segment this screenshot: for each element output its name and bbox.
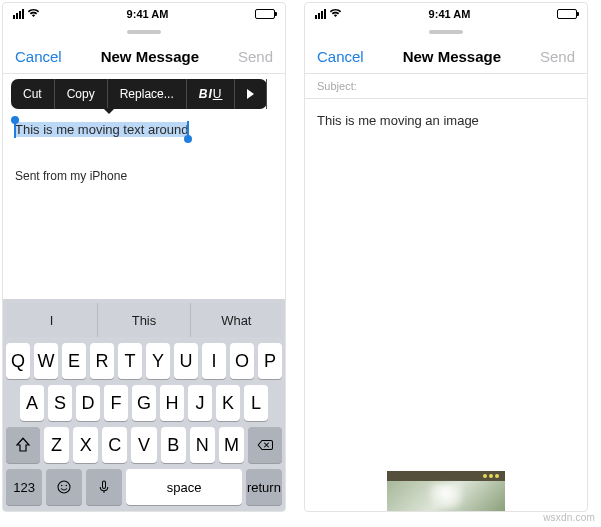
cut-button[interactable]: Cut [11,79,55,109]
page-title: New Message [403,48,501,65]
triangle-right-icon [247,89,254,99]
key-b[interactable]: B [161,427,186,463]
navbar: Cancel New Message Send [3,39,285,73]
selected-text[interactable]: This is me moving text around [15,122,188,137]
phone-right: 9:41 AM Cancel New Message Send Subject:… [304,2,588,512]
key-j[interactable]: J [188,385,212,421]
key-d[interactable]: D [76,385,100,421]
selection-handle-start[interactable] [11,116,19,124]
key-c[interactable]: C [102,427,127,463]
numbers-key[interactable]: 123 [6,469,42,505]
send-button[interactable]: Send [540,48,575,65]
image-header [387,471,505,481]
signal-icon [315,9,326,19]
format-biu-button[interactable]: BIU [187,79,236,109]
key-y[interactable]: Y [146,343,170,379]
space-key[interactable]: space [126,469,242,505]
predict-1[interactable]: I [6,303,98,337]
key-r[interactable]: R [90,343,114,379]
backspace-key[interactable] [248,427,282,463]
key-w[interactable]: W [34,343,58,379]
status-time: 9:41 AM [429,8,471,20]
wifi-icon [27,8,40,20]
send-button[interactable]: Send [238,48,273,65]
key-f[interactable]: F [104,385,128,421]
key-t[interactable]: T [118,343,142,379]
key-g[interactable]: G [132,385,156,421]
signal-icon [13,9,24,19]
compose-body[interactable]: This is me moving an image [305,99,587,511]
svg-point-1 [61,485,63,487]
body-text: This is me moving an image [317,113,479,128]
replace-button[interactable]: Replace... [108,79,187,109]
shift-icon [14,436,32,454]
svg-point-0 [58,481,70,493]
selected-text-content: This is me moving text around [15,122,188,137]
backspace-icon [256,436,274,454]
key-e[interactable]: E [62,343,86,379]
key-l[interactable]: L [244,385,268,421]
return-key[interactable]: return [246,469,282,505]
signature: Sent from my iPhone [15,169,273,183]
context-menu: Cut Copy Replace... BIU [11,79,267,109]
keyboard: I This What Q W E R T Y U I O P A S D F [3,299,285,511]
copy-button[interactable]: Copy [55,79,108,109]
key-s[interactable]: S [48,385,72,421]
status-bar: 9:41 AM [305,3,587,25]
key-a[interactable]: A [20,385,44,421]
dots-icon [483,474,499,478]
emoji-icon [55,478,73,496]
navbar: Cancel New Message Send [305,39,587,73]
phone-left: 9:41 AM Cancel New Message Send Cut Copy… [2,2,286,512]
svg-point-2 [66,485,68,487]
cancel-button[interactable]: Cancel [15,48,62,65]
cancel-button[interactable]: Cancel [317,48,364,65]
dictation-key[interactable] [86,469,122,505]
context-menu-more-button[interactable] [235,79,267,109]
sheet-handle-icon[interactable] [305,25,587,39]
key-h[interactable]: H [160,385,184,421]
subject-field[interactable]: Subject: [305,74,587,98]
battery-icon [255,9,275,19]
image-thumbnail [387,481,505,511]
page-title: New Message [101,48,199,65]
key-x[interactable]: X [73,427,98,463]
key-o[interactable]: O [230,343,254,379]
emoji-key[interactable] [46,469,82,505]
key-k[interactable]: K [216,385,240,421]
key-n[interactable]: N [190,427,215,463]
svg-rect-3 [103,481,106,489]
key-u[interactable]: U [174,343,198,379]
dragged-image[interactable] [387,471,505,511]
key-q[interactable]: Q [6,343,30,379]
sheet-handle-icon[interactable] [3,25,285,39]
watermark: wsxdn.com [543,512,595,523]
predict-3[interactable]: What [191,303,282,337]
key-i[interactable]: I [202,343,226,379]
microphone-icon [95,478,113,496]
status-time: 9:41 AM [127,8,169,20]
predict-2[interactable]: This [98,303,190,337]
key-m[interactable]: M [219,427,244,463]
key-z[interactable]: Z [44,427,69,463]
wifi-icon [329,8,342,20]
predictive-bar: I This What [6,303,282,337]
key-v[interactable]: V [131,427,156,463]
status-bar: 9:41 AM [3,3,285,25]
battery-icon [557,9,577,19]
menu-arrow-icon [103,108,115,114]
shift-key[interactable] [6,427,40,463]
selection-handle-end[interactable] [184,135,192,143]
key-p[interactable]: P [258,343,282,379]
